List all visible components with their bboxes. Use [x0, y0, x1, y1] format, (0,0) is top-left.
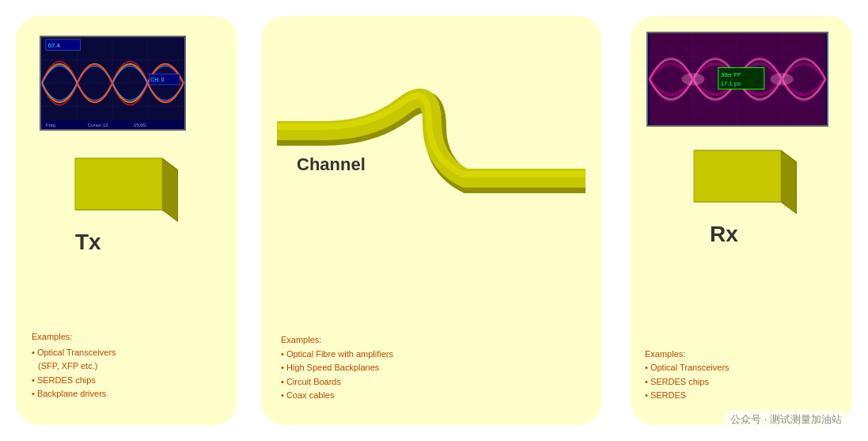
svg-marker-32	[781, 150, 797, 214]
svg-text:Cursor 12: Cursor 12	[88, 123, 108, 127]
channel-cable	[277, 40, 586, 346]
svg-marker-33	[694, 150, 781, 202]
tx-box	[59, 146, 178, 226]
svg-marker-16	[162, 158, 178, 222]
panel-tx: 67.4 CH: 0 Freq Cursor 12 15.0G	[16, 16, 237, 425]
rx-box	[678, 139, 797, 218]
svg-rect-11	[42, 120, 184, 129]
svg-text:67.4: 67.4	[48, 42, 61, 49]
svg-marker-17	[75, 158, 162, 210]
channel-examples: Examples: • Optical Fibre with amplifier…	[281, 333, 393, 403]
main-container: 67.4 CH: 0 Freq Cursor 12 15.0G	[0, 0, 868, 441]
rx-label: Rx	[710, 222, 738, 247]
svg-text:Jitter PP: Jitter PP	[721, 72, 741, 78]
panel-rx: Jitter PP 17.1 ps	[631, 16, 852, 425]
svg-text:Freq: Freq	[46, 123, 55, 127]
eye-diagram-rx: Jitter PP 17.1 ps	[646, 32, 828, 127]
rx-examples: Examples: • Optical Transceivers • SERDE…	[645, 348, 730, 403]
panel-channel: Channel Examples: • Optical Fibre with a…	[261, 16, 601, 425]
tx-examples: Examples: • Optical Transceivers (SFP, X…	[32, 330, 116, 401]
tx-label: Tx	[75, 230, 101, 255]
svg-text:17.1 ps: 17.1 ps	[721, 80, 741, 87]
watermark: 公众号 · 测试测量加油站	[724, 410, 848, 429]
svg-text:15.0G: 15.0G	[134, 123, 146, 127]
eye-diagram-tx: 67.4 CH: 0 Freq Cursor 12 15.0G	[40, 36, 186, 131]
svg-text:CH: 0: CH: 0	[150, 77, 165, 82]
